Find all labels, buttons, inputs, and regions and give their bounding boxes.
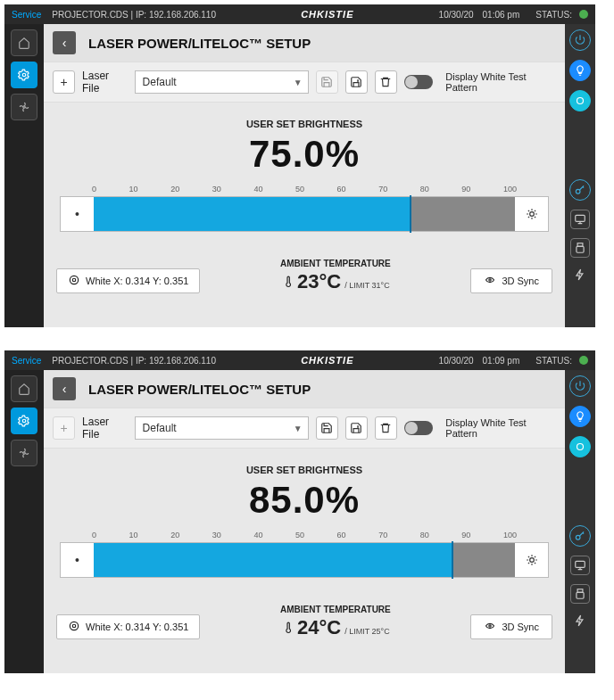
chevron-down-icon: ▼: [294, 424, 303, 433]
monitor-button[interactable]: [570, 210, 590, 229]
white-point-label: White X: 0.314 Y: 0.351: [86, 622, 188, 632]
test-pattern-toggle[interactable]: [404, 421, 434, 435]
thermometer-icon: [281, 276, 294, 291]
decrease-brightness-button[interactable]: •: [60, 542, 94, 578]
delete-button[interactable]: [375, 416, 397, 440]
svg-point-17: [577, 444, 584, 450]
nav-home-button[interactable]: [11, 375, 37, 402]
3d-sync-button[interactable]: 3D Sync: [470, 614, 552, 639]
add-button[interactable]: +: [53, 70, 75, 94]
3d-sync-label: 3D Sync: [502, 622, 539, 632]
svg-point-7: [576, 189, 580, 194]
usb-button[interactable]: [570, 584, 590, 604]
key-button[interactable]: [569, 525, 591, 547]
nav-fan-button[interactable]: [11, 94, 37, 120]
nav-gear-button[interactable]: [11, 62, 37, 88]
brightness-slider[interactable]: •: [60, 196, 549, 232]
power-button[interactable]: [569, 29, 591, 51]
lamp-button[interactable]: [569, 406, 591, 427]
svg-point-15: [72, 624, 76, 628]
projector-info: PROJECTOR.CDS | IP: 192.168.206.110: [52, 356, 216, 366]
brand-logo: CHKISTIE: [216, 355, 439, 366]
slider-track[interactable]: [94, 196, 515, 232]
key-button[interactable]: [569, 179, 591, 201]
3d-sync-button[interactable]: 3D Sync: [470, 268, 552, 293]
test-pattern-toggle[interactable]: [404, 75, 434, 89]
decrease-brightness-button[interactable]: •: [60, 196, 94, 232]
chevron-down-icon: ▼: [294, 78, 303, 87]
svg-point-5: [489, 279, 491, 281]
settings-bolt-button[interactable]: [574, 268, 586, 284]
service-label[interactable]: Service: [12, 10, 41, 20]
nav-gear-button[interactable]: [11, 408, 37, 434]
right-nav: [565, 24, 595, 327]
time-label: 01:09 pm: [483, 356, 520, 366]
increase-brightness-button[interactable]: [515, 196, 549, 232]
service-label[interactable]: Service: [12, 356, 41, 366]
time-label: 01:06 pm: [483, 10, 520, 20]
laser-file-select[interactable]: Default ▼: [135, 70, 309, 94]
status-label: STATUS:: [535, 356, 572, 366]
nav-fan-button[interactable]: [11, 440, 37, 466]
save-as-button[interactable]: [345, 70, 368, 94]
temperature-limit: / LIMIT 25°C: [344, 627, 389, 636]
back-button[interactable]: ‹: [53, 31, 76, 54]
svg-point-18: [576, 535, 580, 539]
3d-icon: [484, 620, 496, 634]
brightness-slider[interactable]: •: [60, 542, 549, 578]
svg-point-0: [22, 73, 26, 77]
svg-rect-19: [576, 561, 585, 567]
lamp-button[interactable]: [569, 60, 591, 81]
save-button[interactable]: [316, 416, 338, 440]
white-point-button[interactable]: White X: 0.314 Y: 0.351: [56, 268, 200, 293]
thermometer-icon: [281, 622, 294, 637]
status-indicator-icon: [579, 356, 588, 365]
svg-rect-21: [577, 592, 584, 598]
temperature-value: 24°C: [297, 616, 341, 639]
laser-file-select[interactable]: Default ▼: [135, 416, 309, 440]
brand-logo: CHKISTIE: [216, 9, 439, 20]
temperature-label: AMBIENT TEMPERATURE: [280, 259, 391, 268]
page-title: LASER POWER/LITELOC™ SETUP: [88, 382, 311, 397]
svg-rect-8: [576, 215, 585, 221]
3d-icon: [484, 274, 496, 288]
svg-point-13: [529, 558, 534, 563]
projector-info: PROJECTOR.CDS | IP: 192.168.206.110: [52, 10, 216, 20]
usb-button[interactable]: [570, 238, 590, 258]
svg-point-6: [577, 98, 584, 104]
brightness-value: 75.0%: [53, 133, 556, 176]
slider-track[interactable]: [94, 542, 515, 578]
status-label: STATUS:: [535, 10, 572, 20]
date-label: 10/30/20: [439, 10, 474, 20]
svg-point-1: [23, 106, 25, 108]
status-indicator-icon: [579, 10, 588, 19]
laser-file-value: Default: [143, 422, 177, 434]
white-point-button[interactable]: White X: 0.314 Y: 0.351: [56, 614, 200, 639]
svg-rect-10: [577, 246, 584, 252]
back-button[interactable]: ‹: [53, 377, 76, 400]
brightness-value: 85.0%: [53, 479, 556, 522]
toolbar: + Laser File Default ▼ Display White Tes…: [44, 408, 565, 449]
brightness-label: USER SET BRIGHTNESS: [53, 119, 556, 129]
shutter-button[interactable]: [569, 436, 591, 457]
laser-file-value: Default: [143, 76, 177, 88]
power-button[interactable]: [569, 375, 591, 397]
increase-brightness-button[interactable]: [515, 542, 549, 578]
save-as-button[interactable]: [345, 416, 368, 440]
temperature-limit: / LIMIT 31°C: [344, 281, 389, 290]
svg-point-12: [23, 452, 25, 454]
nav-home-button[interactable]: [11, 29, 37, 56]
target-icon: [68, 620, 80, 634]
delete-button[interactable]: [375, 70, 397, 94]
temperature-label: AMBIENT TEMPERATURE: [280, 605, 391, 614]
svg-point-14: [70, 622, 78, 630]
svg-point-16: [489, 625, 491, 627]
page-title: LASER POWER/LITELOC™ SETUP: [88, 36, 311, 51]
test-pattern-label: Display White Test Pattern: [445, 71, 556, 93]
slider-ticks: 0102030405060708090100: [60, 185, 549, 196]
svg-point-2: [529, 212, 534, 217]
monitor-button[interactable]: [570, 556, 590, 575]
settings-bolt-button[interactable]: [574, 614, 586, 630]
shutter-button[interactable]: [569, 90, 591, 111]
laser-file-label: Laser File: [82, 416, 128, 441]
